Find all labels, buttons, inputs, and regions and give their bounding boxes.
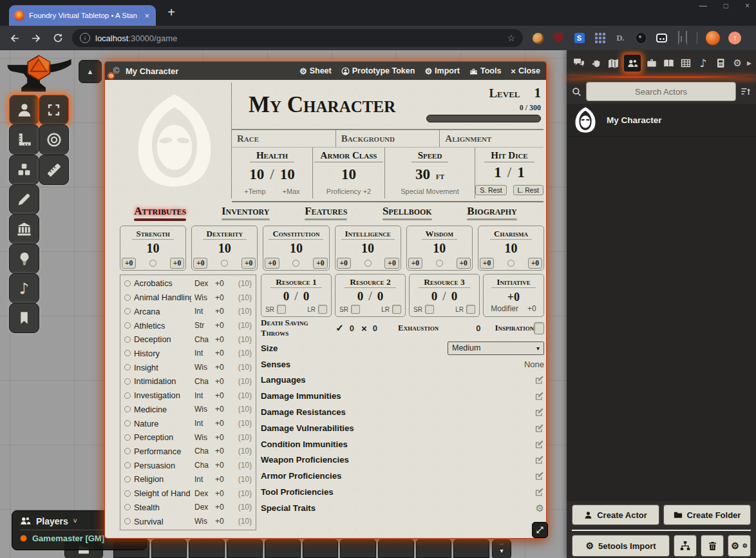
- tab-items[interactable]: [644, 55, 659, 71]
- skill-proficiency-radio[interactable]: [124, 350, 131, 356]
- new-tab-button[interactable]: +: [162, 4, 180, 22]
- skill-proficiency-radio[interactable]: [124, 364, 131, 370]
- ability-name[interactable]: Constitution: [269, 229, 323, 240]
- skill-proficiency-radio[interactable]: [124, 308, 131, 314]
- close-sheet-button[interactable]: ×Close: [511, 66, 540, 75]
- save-proficiency-radio[interactable]: [507, 260, 515, 267]
- bookmark-star-icon[interactable]: ☆: [507, 33, 515, 43]
- special-movement-label[interactable]: Special Movement: [401, 188, 459, 195]
- edit-trait-icon[interactable]: [534, 391, 544, 401]
- skill-proficiency-radio[interactable]: [124, 420, 131, 427]
- inspiration-checkbox[interactable]: [534, 322, 544, 334]
- skill-name[interactable]: Deception: [134, 334, 191, 344]
- skill-proficiency-radio[interactable]: [124, 378, 131, 385]
- edit-trait-icon[interactable]: [534, 487, 544, 497]
- tab-combat-encounters[interactable]: [589, 55, 604, 71]
- skill-name[interactable]: Animal Handling: [134, 293, 191, 302]
- profile-avatar[interactable]: [706, 31, 720, 45]
- wall-controls-tool[interactable]: [9, 214, 39, 244]
- skill-name[interactable]: Nature: [134, 419, 191, 428]
- resource-max[interactable]: 0: [451, 289, 458, 303]
- tab-inventory[interactable]: Inventory: [222, 204, 270, 220]
- skill-name[interactable]: Persuasion: [134, 461, 191, 470]
- skill-row[interactable]: Deception Cha +0 (10): [124, 334, 252, 344]
- skill-row[interactable]: History Int +0 (10): [124, 349, 252, 358]
- short-rest-button[interactable]: S. Rest: [475, 185, 506, 195]
- character-name[interactable]: My Character: [249, 93, 395, 117]
- reload-button[interactable]: [50, 30, 66, 46]
- ublock-extension-icon[interactable]: [553, 32, 565, 44]
- skill-name[interactable]: Sleight of Hand: [134, 488, 191, 498]
- death-success-icon[interactable]: ✓: [335, 322, 344, 334]
- lr-checkbox[interactable]: [466, 305, 475, 314]
- minimize-button[interactable]: —: [699, 1, 707, 10]
- back-button[interactable]: [6, 30, 22, 46]
- tab-journal[interactable]: [661, 55, 677, 71]
- skill-row[interactable]: Nature Int +0 (10): [124, 419, 252, 428]
- edit-trait-icon[interactable]: [534, 439, 544, 449]
- skill-name[interactable]: History: [134, 349, 191, 358]
- macro-slot[interactable]: [340, 539, 376, 558]
- size-select[interactable]: Medium▾: [448, 342, 544, 355]
- skill-name[interactable]: Investigation: [134, 390, 191, 400]
- skill-proficiency-radio[interactable]: [124, 476, 131, 483]
- ability-name[interactable]: Wisdom: [422, 229, 458, 240]
- ruler-tool[interactable]: [39, 155, 69, 185]
- fork-extension-icon[interactable]: [676, 32, 688, 44]
- macro-slot[interactable]: [227, 539, 263, 558]
- ability-score[interactable]: 10: [192, 241, 257, 256]
- resource-max[interactable]: 0: [303, 289, 310, 303]
- tab-settings[interactable]: ⚙: [730, 55, 745, 71]
- sidebar-collapse-icon[interactable]: ▶: [747, 60, 751, 66]
- update-browser-icon[interactable]: ↑: [728, 32, 741, 44]
- d-extension-icon[interactable]: D.: [614, 32, 627, 44]
- skill-name[interactable]: Arcana: [134, 307, 191, 316]
- tab-attributes[interactable]: Attributes: [134, 204, 186, 221]
- notes-controls-tool[interactable]: [9, 303, 39, 333]
- skill-row[interactable]: Investigation Int +0 (10): [124, 390, 252, 400]
- death-failure-count[interactable]: 0: [373, 323, 377, 333]
- death-failure-icon[interactable]: ×: [361, 323, 367, 334]
- tab-actors[interactable]: [623, 53, 642, 73]
- ac-value[interactable]: 10: [341, 166, 356, 183]
- browser-tab[interactable]: Foundry Virtual Tabletop • A Stan ×: [9, 5, 156, 26]
- skill-proficiency-radio[interactable]: [124, 490, 131, 497]
- target-tool[interactable]: [39, 124, 69, 155]
- ability-score[interactable]: 10: [478, 241, 543, 256]
- sound-controls-tool[interactable]: ♪: [9, 273, 39, 303]
- xp-text[interactable]: 0 / 300: [520, 103, 541, 113]
- macro-slot[interactable]: [151, 539, 187, 558]
- ability-name[interactable]: Charisma: [490, 229, 532, 240]
- select-targets-tool[interactable]: [39, 95, 69, 125]
- tile-controls-tool[interactable]: [9, 155, 39, 185]
- speed-value[interactable]: 30: [415, 166, 430, 183]
- delete-all-button[interactable]: [701, 535, 724, 557]
- skill-proficiency-radio[interactable]: [124, 322, 131, 329]
- hotbar-page-button[interactable]: –▾: [492, 539, 511, 558]
- sr-checkbox[interactable]: [277, 305, 286, 314]
- skill-name[interactable]: Performance: [134, 447, 191, 456]
- skill-row[interactable]: Medicine Wis +0 (10): [124, 405, 252, 414]
- search-actors-input[interactable]: [586, 82, 736, 101]
- tab-scenes[interactable]: [605, 55, 621, 71]
- skill-proficiency-radio[interactable]: [124, 462, 131, 468]
- sr-checkbox[interactable]: [425, 305, 434, 314]
- skill-proficiency-radio[interactable]: [124, 336, 131, 343]
- character-portrait[interactable]: [118, 82, 232, 198]
- save-proficiency-radio[interactable]: [436, 260, 443, 267]
- skill-proficiency-radio[interactable]: [124, 434, 131, 441]
- skill-proficiency-radio[interactable]: [124, 448, 131, 454]
- ability-name[interactable]: Intelligence: [341, 229, 395, 240]
- resource-value[interactable]: 0: [357, 289, 364, 303]
- lighting-controls-tool[interactable]: [9, 244, 39, 274]
- resource-label[interactable]: Resource 3: [419, 277, 469, 288]
- temp-hp-label[interactable]: +Temp: [244, 188, 265, 195]
- sheet-titlebar[interactable]: © G My Character ⚙Sheet Prototype Token …: [105, 62, 546, 80]
- actor-entry[interactable]: My Character: [567, 104, 756, 137]
- configure-special-traits-icon[interactable]: ⚙: [536, 503, 544, 513]
- hd-current[interactable]: 1: [494, 164, 502, 181]
- nav-collapse-button[interactable]: ▲: [79, 60, 102, 83]
- window-resize-handle[interactable]: [532, 522, 548, 538]
- skill-name[interactable]: Medicine: [134, 405, 191, 414]
- skill-row[interactable]: Performance Cha +0 (10): [124, 447, 252, 456]
